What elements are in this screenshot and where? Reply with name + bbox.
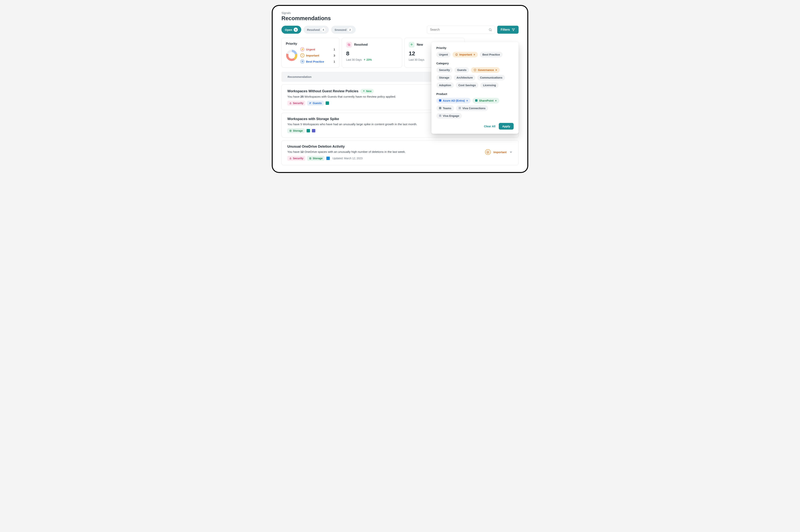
filter-chip-guests[interactable]: Guests [454, 67, 469, 73]
filter-chip-label: Architecture [457, 76, 473, 79]
filter-chip-viva-engage[interactable]: Viva Engage [436, 113, 462, 119]
new-sub: Last 30 Days [409, 58, 424, 61]
tab-resolved[interactable]: Resolved4 [304, 26, 329, 34]
filter-chip-label: Cost Savings [458, 84, 476, 87]
filter-chip-azure-ad-entra-[interactable]: Azure AD (Entra)× [436, 98, 471, 103]
filter-chip-label: Viva Connections [462, 107, 485, 110]
search-icon [489, 28, 492, 32]
close-icon[interactable]: × [466, 99, 468, 102]
search-input[interactable] [430, 28, 489, 32]
filter-chip-sharepoint[interactable]: SharePoint× [473, 98, 499, 103]
recommendation-title: Workspaces with Storage Spike [287, 117, 339, 121]
filter-chip-viva-connections[interactable]: Viva Connections [456, 106, 488, 111]
arrow-up-icon [363, 59, 366, 61]
svg-line-1 [491, 31, 492, 31]
alert-icon [485, 149, 491, 155]
sharepoint-icon [307, 129, 310, 132]
priority-donut-chart [286, 50, 298, 61]
recommendation-title: Unusual OneDrive Deletion Activity [287, 145, 345, 149]
chip-security[interactable]: Security [287, 156, 305, 161]
priority-card-title: Priority [286, 42, 335, 46]
filter-chip-teams[interactable]: Teams [436, 106, 454, 111]
chevron-down-icon[interactable] [509, 150, 513, 154]
filter-chip-governance[interactable]: Governance× [471, 67, 499, 73]
filters-button[interactable]: Filters [497, 26, 518, 34]
filter-chip-label: Guests [457, 69, 466, 72]
tab-label: Resolved [307, 28, 320, 32]
viva-icon [439, 114, 441, 117]
filter-chip-urgent[interactable]: Urgent [436, 52, 451, 57]
priority-label: Important [306, 54, 332, 57]
shield-icon [474, 69, 476, 71]
filter-chip-label: Viva Engage [443, 114, 459, 117]
device-frame: Signals Recommendations Open5Resolved4Sn… [272, 6, 528, 172]
priority-row: ⚡ Urgent 1 [300, 47, 335, 51]
filters-button-label: Filters [501, 28, 510, 32]
tab-count: 2 [348, 27, 352, 32]
sharepoint-icon [475, 99, 477, 102]
filter-chip-label: SharePoint [479, 99, 494, 102]
chip-storage[interactable]: Storage [287, 128, 305, 133]
chip-storage[interactable]: Storage [307, 156, 324, 161]
tab-snoozed[interactable]: Snoozed2 [331, 26, 356, 34]
priority-count: 1 [334, 48, 335, 51]
chip-guests[interactable]: Guests [307, 101, 324, 106]
clear-all-button[interactable]: Clear All [484, 125, 495, 128]
priority-label: Urgent [306, 48, 332, 51]
priority-card: Priority ⚡ Urgent 1! Important 3⚙ Best P… [282, 38, 340, 68]
filter-chip-communications[interactable]: Communications [477, 75, 505, 80]
close-icon[interactable]: × [495, 99, 497, 102]
filter-chip-best-practice[interactable]: Best Practice [480, 52, 502, 57]
resolved-value: 8 [346, 50, 398, 57]
tab-count: 5 [293, 27, 298, 32]
alert-icon [455, 53, 458, 56]
priority-count: 3 [334, 54, 335, 57]
recommendation-row[interactable]: Unusual OneDrive Deletion Activity You h… [282, 140, 518, 165]
filter-chip-storage[interactable]: Storage [436, 75, 452, 80]
breadcrumb: Signals [282, 11, 518, 15]
svg-point-8 [310, 102, 310, 103]
search-input-wrapper[interactable] [427, 26, 495, 34]
priority-ring-icon: ⚙ [300, 59, 304, 63]
updated-text: Updated: March 12, 2023 [332, 157, 363, 160]
security-icon [289, 157, 292, 160]
tab-count: 4 [321, 27, 325, 32]
filter-chip-licensing[interactable]: Licensing [480, 82, 499, 88]
priority-row: ! Important 3 [300, 53, 335, 57]
priority-ring-icon: ! [300, 53, 304, 57]
apply-button[interactable]: Apply [499, 123, 514, 130]
priority-label: Best Practice [306, 60, 332, 63]
filter-chip-cost-savings[interactable]: Cost Savings [456, 82, 479, 88]
new-badge: New [360, 89, 374, 93]
filter-chip-label: Teams [443, 107, 451, 110]
svg-point-10 [290, 130, 291, 130]
filter-chip-security[interactable]: Security [436, 67, 453, 73]
storage-icon [289, 130, 292, 132]
close-icon[interactable]: × [474, 53, 475, 56]
filter-icon [512, 28, 515, 32]
priority-row: ⚙ Best Practice 1 [300, 59, 335, 63]
filter-chip-adoption[interactable]: Adoption [436, 82, 454, 88]
chip-security[interactable]: Security [287, 101, 305, 106]
filter-chip-label: Licensing [483, 84, 496, 87]
teams-icon [312, 129, 315, 132]
priority-count: 1 [334, 60, 335, 63]
filter-chip-important[interactable]: Important× [453, 52, 478, 57]
guests-icon [309, 102, 311, 104]
filter-chip-label: Storage [439, 76, 449, 79]
close-icon[interactable]: × [495, 69, 497, 72]
svg-point-0 [489, 28, 491, 31]
status-tabs: Open5Resolved4Snoozed2 [282, 26, 356, 34]
filter-chip-label: Urgent [439, 53, 448, 56]
filter-chip-label: Important [459, 53, 472, 56]
tab-open[interactable]: Open5 [282, 26, 301, 34]
filter-group-title: Priority [436, 46, 514, 50]
filters-panel: PriorityUrgentImportant×Best PracticeCat… [432, 42, 518, 134]
recommendation-title: Workspaces Without Guest Review Policies [287, 89, 359, 93]
svg-point-18 [456, 55, 457, 55]
resolved-icon [346, 42, 352, 48]
svg-point-14 [310, 157, 311, 158]
filter-group-title: Product [436, 92, 514, 96]
recommendation-desc: You have 12 OneDrive spaces with an unus… [287, 150, 481, 154]
filter-chip-architecture[interactable]: Architecture [454, 75, 475, 80]
